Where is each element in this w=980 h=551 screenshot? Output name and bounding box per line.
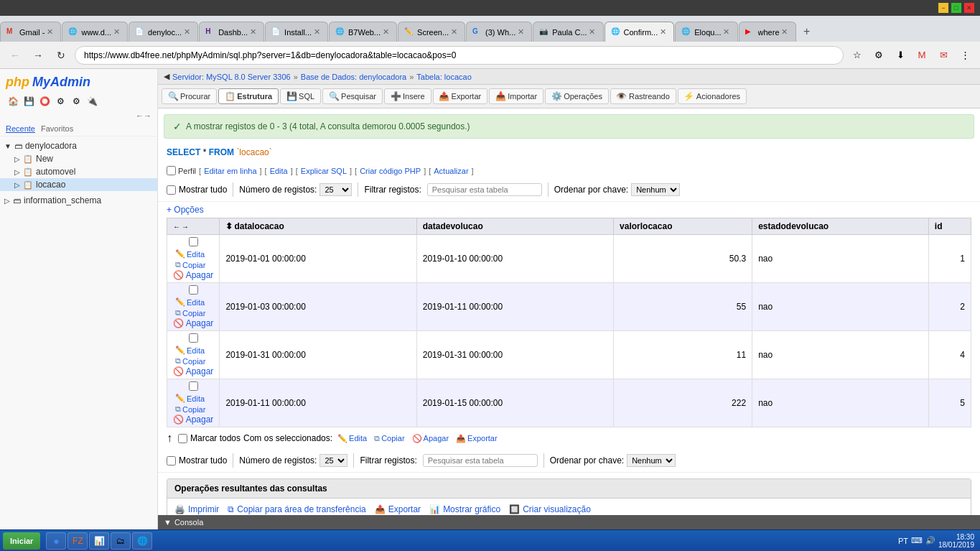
breadcrumb-back-arrow[interactable]: ◀ xyxy=(164,72,169,81)
th-valorlocacao[interactable]: valorlocacao xyxy=(614,218,752,235)
gmail-button[interactable]: ✉ xyxy=(934,46,953,65)
profile-explain-sql[interactable]: Explicar SQL xyxy=(301,167,347,175)
maximize-button[interactable]: □ xyxy=(951,3,961,13)
row-checkbox-1[interactable] xyxy=(189,285,198,295)
forward-button[interactable]: → xyxy=(29,46,47,65)
row-copy-1[interactable]: ⧉ Copiar xyxy=(173,307,213,318)
btn-sql[interactable]: 💾 SQL xyxy=(280,88,321,104)
tab-screen[interactable]: ✏️ Screen... ✕ xyxy=(398,22,465,42)
tab-www[interactable]: 🌐 www.d... ✕ xyxy=(62,22,128,42)
taskbar-app4-icon[interactable]: 🗂 xyxy=(111,532,131,550)
profile-edit[interactable]: Edita xyxy=(270,167,288,175)
mark-all-checkbox[interactable] xyxy=(178,434,187,443)
th-sort-icon[interactable]: ⬍ xyxy=(225,221,233,231)
address-input[interactable] xyxy=(84,50,834,60)
tab-paula-close[interactable]: ✕ xyxy=(587,27,597,37)
btn-insere[interactable]: ➕ Insere xyxy=(384,88,431,104)
back-button[interactable]: ← xyxy=(6,46,24,65)
breadcrumb-table[interactable]: Tabela: locacao xyxy=(416,73,471,81)
row-copy-3[interactable]: ⧉ Copiar xyxy=(173,404,213,415)
row-delete-1[interactable]: 🚫 Apagar xyxy=(173,318,213,328)
row-edit-3[interactable]: ✏️ Edita xyxy=(173,393,213,404)
btn-procurar[interactable]: 🔍 Procurar xyxy=(162,88,217,104)
profile-update[interactable]: Actualizar xyxy=(434,167,468,175)
taskbar-app3-icon[interactable]: 📊 xyxy=(89,532,109,550)
minimize-button[interactable]: − xyxy=(938,3,948,13)
tab-dashb-close[interactable]: ✕ xyxy=(248,27,258,37)
tab-b7web[interactable]: 🌐 B7Web... ✕ xyxy=(329,22,397,42)
tab-www-close[interactable]: ✕ xyxy=(111,27,121,37)
sidebar-toggle[interactable]: ←→ xyxy=(0,110,157,121)
th-datadevolucao[interactable]: datadevolucao xyxy=(416,218,613,235)
btn-pesquisar[interactable]: 🔍 Pesquisar xyxy=(322,88,383,104)
tab-b7web-close[interactable]: ✕ xyxy=(381,27,391,37)
bookmark-star-button[interactable]: ☆ xyxy=(848,46,867,65)
tab-eloqu[interactable]: 🌐 Eloqu... ✕ xyxy=(675,22,737,42)
row-delete-0[interactable]: 🚫 Apagar xyxy=(173,270,213,280)
taskbar-filezilla-icon[interactable]: FZ xyxy=(67,532,88,550)
sidebar-recent-tab[interactable]: Recente xyxy=(6,124,35,133)
btn-exportar[interactable]: 📤 Exportar xyxy=(433,88,488,104)
settings-button[interactable]: ⚙ xyxy=(869,46,888,65)
filter-bottom-input[interactable] xyxy=(423,454,538,467)
breadcrumb-database[interactable]: Base de Dados: denylocadora xyxy=(301,73,406,81)
circle-icon[interactable]: ⭕ xyxy=(37,94,52,108)
row-edit-1[interactable]: ✏️ Edita xyxy=(173,297,213,307)
sidebar-item-new[interactable]: ▷ 📋 New xyxy=(0,152,157,165)
btn-acionadores[interactable]: ⚡ Acionadores xyxy=(678,88,747,104)
row-edit-2[interactable]: ✏️ Edita xyxy=(173,345,213,356)
taskbar-chrome-icon[interactable]: ● xyxy=(46,532,66,550)
sidebar-item-automovel[interactable]: ▷ 📋 automovel xyxy=(0,165,157,178)
th-estadodevolucao[interactable]: estadodevolucao xyxy=(752,218,929,235)
plugin-icon[interactable]: 🔌 xyxy=(85,94,99,108)
profile-checkbox[interactable] xyxy=(167,166,176,175)
actions-delete-link[interactable]: 🚫 Apagar xyxy=(410,433,451,444)
btn-rastreando[interactable]: 👁️ Rastreando xyxy=(610,88,676,104)
row-copy-2[interactable]: ⧉ Copiar xyxy=(173,356,213,366)
tab-gmail-close[interactable]: ✕ xyxy=(45,27,55,37)
sidebar-item-locacao[interactable]: ▷ 📋 locacao xyxy=(0,178,157,191)
options-link[interactable]: + Opções xyxy=(167,205,204,215)
th-right-arrow[interactable]: → xyxy=(182,223,189,231)
op-create-view[interactable]: 🔲 Criar visualização xyxy=(509,504,591,514)
tab-eloqu-close[interactable]: ✕ xyxy=(722,27,732,37)
row-delete-2[interactable]: 🚫 Apagar xyxy=(173,366,213,376)
th-left-arrow[interactable]: ← xyxy=(173,223,180,231)
row-checkbox-3[interactable] xyxy=(189,381,198,391)
row-copy-0[interactable]: ⧉ Copiar xyxy=(173,259,213,270)
tab-3wh[interactable]: G (3) Wh... ✕ xyxy=(466,22,532,42)
tab-3wh-close[interactable]: ✕ xyxy=(515,27,526,37)
op-export[interactable]: 📤 Exportar xyxy=(375,504,421,514)
row-checkbox-2[interactable] xyxy=(189,333,198,343)
tab-install-close[interactable]: ✕ xyxy=(312,27,322,37)
menu-button[interactable]: ⋮ xyxy=(956,46,974,65)
profile-create-php[interactable]: Criar código PHP xyxy=(360,167,421,175)
th-datalocacao[interactable]: ⬍ datalocacao xyxy=(220,218,416,235)
row-edit-0[interactable]: ✏️ Edita xyxy=(173,249,213,259)
op-show-chart[interactable]: 📊 Mostrar gráfico xyxy=(429,504,500,514)
show-all-bottom-checkbox[interactable] xyxy=(167,456,176,466)
num-records-select[interactable]: 25 50 100 xyxy=(319,183,352,196)
gear-icon[interactable]: ⚙ xyxy=(53,94,67,108)
btn-operacoes[interactable]: ⚙️ Operações xyxy=(545,88,609,104)
db-denylocadora-toggle[interactable]: ▼ 🗃 denylocadora xyxy=(0,139,157,152)
order-select[interactable]: Nenhum xyxy=(631,183,680,196)
row-checkbox-0[interactable] xyxy=(189,237,198,246)
tab-dashb[interactable]: H Dashb... ✕ xyxy=(199,22,264,42)
new-tab-button[interactable]: + xyxy=(797,22,817,42)
op-print[interactable]: 🖨️ Imprimir xyxy=(174,504,219,514)
close-button[interactable]: ✕ xyxy=(964,3,974,13)
tab-where[interactable]: ▶ where ✕ xyxy=(739,22,796,42)
row-delete-3[interactable]: 🚫 Apagar xyxy=(173,415,213,425)
btn-estrutura[interactable]: 📋 Estrutura xyxy=(218,88,279,104)
filter-input[interactable] xyxy=(427,183,542,196)
num-records-bottom-select[interactable]: 25 xyxy=(319,454,347,467)
actions-export-link[interactable]: 📤 Exportar xyxy=(454,433,500,444)
address-bar[interactable] xyxy=(75,46,844,65)
profile-edit-inline[interactable]: Editar em linha xyxy=(204,167,256,175)
tab-confirm-close[interactable]: ✕ xyxy=(658,27,668,37)
tab-gmail[interactable]: M Gmail - ✕ xyxy=(0,22,61,42)
actions-edit-link[interactable]: ✏️ Edita xyxy=(335,433,369,444)
tab-paula[interactable]: 📷 Paula C... ✕ xyxy=(533,22,603,42)
taskbar-app5-icon[interactable]: 🌐 xyxy=(132,532,152,550)
